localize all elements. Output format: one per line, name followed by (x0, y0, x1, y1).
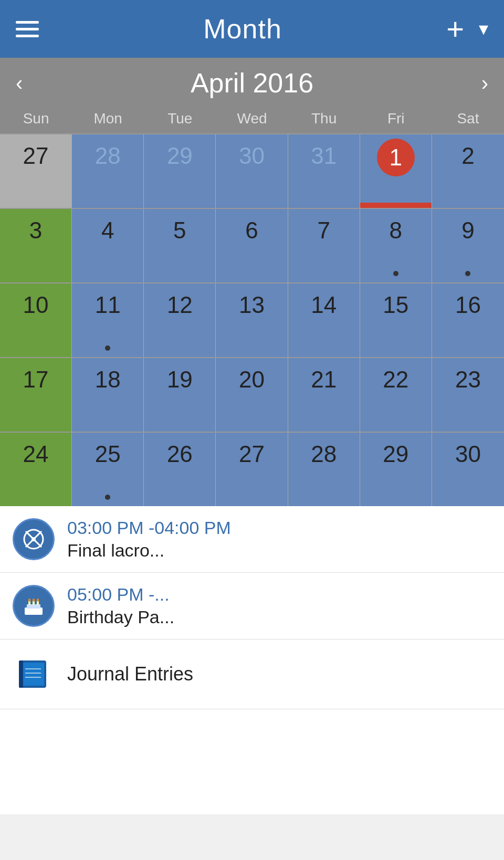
calendar-day-17[interactable]: 17 (0, 358, 72, 432)
calendar-grid: 27 28 29 30 31 1 2 3 4 5 6 7 8 9 10 11 1… (0, 133, 504, 506)
calendar-day-27-prev[interactable]: 27 (0, 134, 72, 208)
header-title: Month (203, 13, 282, 45)
app-header: Month + ▾ (0, 0, 504, 58)
add-button[interactable]: + (446, 14, 464, 44)
birthday-icon (13, 585, 55, 627)
calendar-month-title: April 2016 (191, 67, 313, 99)
calendar-day-31-prev[interactable]: 31 (288, 134, 360, 208)
journal-icon (13, 653, 55, 695)
event-lacrosse-name: Final lacro... (67, 540, 231, 561)
svg-rect-4 (25, 607, 43, 615)
dow-thu: Thu (288, 108, 360, 129)
calendar-week-5: 24 25 26 27 28 29 30 (0, 432, 504, 506)
calendar-day-27[interactable]: 27 (216, 433, 288, 506)
calendar-day-29-prev[interactable]: 29 (144, 134, 216, 208)
calendar-day-29[interactable]: 29 (360, 433, 432, 506)
header-actions: + ▾ (446, 14, 488, 44)
event-birthday[interactable]: 05:00 PM -... Birthday Pa... (0, 573, 504, 639)
dow-fri: Fri (360, 108, 432, 129)
calendar-day-26[interactable]: 26 (144, 433, 216, 506)
svg-rect-14 (19, 660, 23, 688)
next-month-button[interactable]: › (481, 72, 488, 93)
calendar-week-2: 3 4 5 6 7 8 9 (0, 208, 504, 282)
svg-point-9 (28, 599, 30, 602)
events-section: 03:00 PM -04:00 PM Final lacro... 0 (0, 506, 504, 709)
menu-button[interactable] (16, 21, 39, 37)
event-birthday-name: Birthday Pa... (67, 607, 174, 627)
calendar-day-14[interactable]: 14 (288, 284, 360, 357)
prev-month-button[interactable]: ‹ (16, 72, 23, 93)
dow-tue: Tue (144, 108, 216, 129)
calendar-day-25[interactable]: 25 (72, 433, 144, 506)
event-lacrosse-content: 03:00 PM -04:00 PM Final lacro... (67, 518, 231, 561)
svg-rect-13 (21, 663, 44, 686)
calendar-week-4: 17 18 19 20 21 22 23 (0, 357, 504, 432)
journal-entries-item[interactable]: Journal Entries (0, 639, 504, 709)
svg-point-11 (37, 599, 39, 602)
calendar-day-30[interactable]: 30 (432, 433, 504, 506)
calendar-day-21[interactable]: 21 (288, 358, 360, 432)
calendar-day-24[interactable]: 24 (0, 433, 72, 506)
calendar-day-18[interactable]: 18 (72, 358, 144, 432)
calendar-day-28-prev[interactable]: 28 (72, 134, 144, 208)
calendar-day-30-prev[interactable]: 30 (216, 134, 288, 208)
journal-entries-label: Journal Entries (67, 663, 193, 685)
lacrosse-icon (13, 518, 55, 560)
calendar-day-16[interactable]: 16 (432, 284, 504, 357)
dow-sun: Sun (0, 108, 72, 129)
calendar-day-3[interactable]: 3 (0, 209, 72, 282)
svg-point-10 (33, 599, 35, 602)
calendar-day-13[interactable]: 13 (216, 284, 288, 357)
calendar-day-28[interactable]: 28 (288, 433, 360, 506)
day-of-week-header: Sun Mon Tue Wed Thu Fri Sat (0, 108, 504, 133)
calendar-day-23[interactable]: 23 (432, 358, 504, 432)
calendar-day-2[interactable]: 2 (432, 134, 504, 208)
event-lacrosse[interactable]: 03:00 PM -04:00 PM Final lacro... (0, 506, 504, 573)
event-birthday-time: 05:00 PM -... (67, 584, 174, 605)
calendar-day-10[interactable]: 10 (0, 284, 72, 357)
calendar-day-9[interactable]: 9 (432, 209, 504, 282)
calendar-day-22[interactable]: 22 (360, 358, 432, 432)
calendar-day-11[interactable]: 11 (72, 284, 144, 357)
calendar-week-1: 27 28 29 30 31 1 2 (0, 133, 504, 208)
svg-rect-5 (27, 604, 40, 609)
calendar-day-1-today[interactable]: 1 (360, 134, 432, 208)
calendar-nav: ‹ April 2016 › (0, 58, 504, 108)
calendar-week-3: 10 11 12 13 14 15 16 (0, 282, 504, 357)
calendar-day-4[interactable]: 4 (72, 209, 144, 282)
event-birthday-content: 05:00 PM -... Birthday Pa... (67, 584, 174, 627)
calendar-day-15[interactable]: 15 (360, 284, 432, 357)
dow-wed: Wed (216, 108, 288, 129)
dow-sat: Sat (432, 108, 504, 129)
calendar-day-6[interactable]: 6 (216, 209, 288, 282)
event-lacrosse-time: 03:00 PM -04:00 PM (67, 518, 231, 538)
calendar-day-7[interactable]: 7 (288, 209, 360, 282)
calendar-day-5[interactable]: 5 (144, 209, 216, 282)
calendar-day-12[interactable]: 12 (144, 284, 216, 357)
svg-point-3 (32, 537, 36, 541)
calendar: ‹ April 2016 › Sun Mon Tue Wed Thu Fri S… (0, 58, 504, 506)
calendar-day-8[interactable]: 8 (360, 209, 432, 282)
view-toggle-button[interactable]: ▾ (479, 18, 488, 40)
bottom-space (0, 709, 504, 814)
dow-mon: Mon (72, 108, 144, 129)
calendar-day-20[interactable]: 20 (216, 358, 288, 432)
calendar-day-19[interactable]: 19 (144, 358, 216, 432)
